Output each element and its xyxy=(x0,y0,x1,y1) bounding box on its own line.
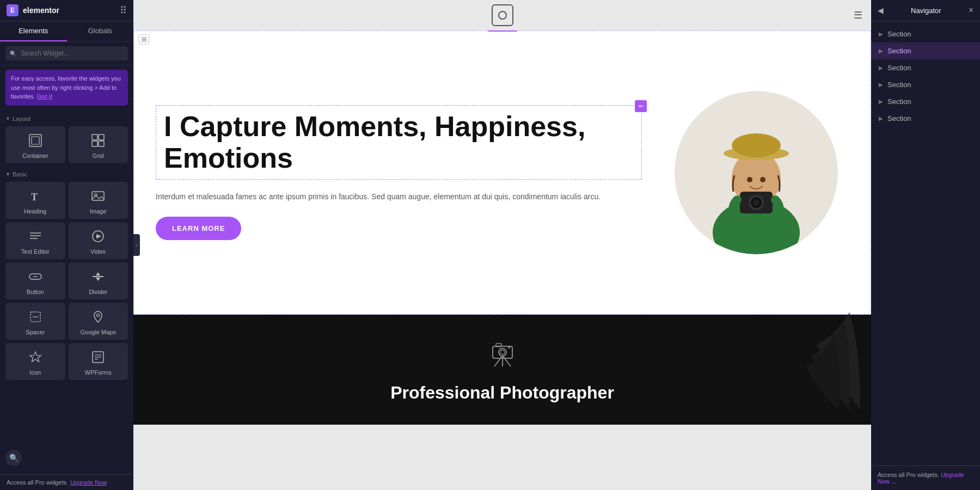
button-label: Button xyxy=(27,289,44,295)
search-input[interactable] xyxy=(5,46,128,60)
svg-point-42 xyxy=(499,348,506,356)
svg-rect-5 xyxy=(99,141,104,146)
svg-rect-1 xyxy=(32,137,39,144)
spacer-label: Spacer xyxy=(26,329,45,335)
widget-button[interactable]: Button xyxy=(5,262,65,299)
heading-label: Heading xyxy=(24,208,46,215)
navigator-footer-dots: ... xyxy=(891,478,896,485)
hamburger-icon[interactable]: ☰ xyxy=(854,10,862,21)
tab-globals[interactable]: Globals xyxy=(67,21,134,41)
pro-widgets-text: Access all Pro widgets. xyxy=(7,479,68,486)
nav-arrow-4: ▶ xyxy=(879,82,883,88)
widget-spacer[interactable]: Spacer xyxy=(5,303,65,340)
spacer-icon xyxy=(28,309,43,327)
learn-more-button[interactable]: LEARN MORE xyxy=(156,217,241,240)
svg-point-21 xyxy=(97,314,100,316)
widget-grid[interactable]: Grid xyxy=(69,126,128,163)
sidebar-collapse-handle[interactable]: ‹ xyxy=(133,234,140,256)
navigator-section-4[interactable]: ▶ Section xyxy=(871,76,980,93)
dark-footer-section: Professional Photographer xyxy=(133,315,871,425)
text-editor-label: Text Editor xyxy=(21,248,50,255)
widget-divider[interactable]: Divider xyxy=(69,262,128,299)
text-editor-icon xyxy=(28,229,43,246)
svg-point-36 xyxy=(747,177,752,182)
svg-rect-7 xyxy=(92,192,104,200)
nav-section-label-4: Section xyxy=(887,81,911,89)
divider-label: Divider xyxy=(89,289,107,295)
search-container xyxy=(0,42,133,65)
editable-section: + ⠿ × ⊞ ✏ I Capture Moments, Happiness, … xyxy=(133,30,871,315)
wpforms-label: WPForms xyxy=(85,369,112,376)
focus-mode-icon[interactable] xyxy=(492,4,513,26)
left-sidebar: E elementor ⠿ Elements Globals For easy … xyxy=(0,0,133,490)
photographer-image xyxy=(675,91,838,254)
wpforms-icon xyxy=(90,350,106,367)
button-icon xyxy=(28,269,43,286)
leaf-decoration xyxy=(762,301,871,425)
navigator-section-5[interactable]: ▶ Section xyxy=(871,93,980,110)
section-toolbar: + ⠿ × xyxy=(487,30,518,32)
container-icon xyxy=(28,133,43,150)
sub-text: Interdum et malesuada fames ac ante ipsu… xyxy=(156,191,642,204)
navigator-section-6[interactable]: ▶ Section xyxy=(871,110,980,127)
navigator-footer-text: Access all Pro widgets. xyxy=(878,471,939,478)
elementor-logo-icon: E xyxy=(7,4,19,16)
svg-rect-2 xyxy=(92,134,97,140)
nav-section-label-6: Section xyxy=(887,114,911,122)
nav-arrow-1: ▶ xyxy=(879,31,883,37)
widget-image[interactable]: Image xyxy=(69,182,128,219)
nav-arrow-5: ▶ xyxy=(879,99,883,105)
hint-text: For easy access, favorite the widgets yo… xyxy=(11,75,121,100)
top-bar-right: ☰ xyxy=(854,9,862,21)
canvas-scroll-area: + ⠿ × ⊞ ✏ I Capture Moments, Happiness, … xyxy=(133,30,871,490)
nav-section-label-2: Section xyxy=(887,47,911,55)
navigator-back-icon[interactable]: ◀ xyxy=(878,6,884,15)
nav-section-label-3: Section xyxy=(887,64,911,72)
widget-heading[interactable]: T Heading xyxy=(5,182,65,219)
google-maps-icon xyxy=(90,309,106,327)
widget-wpforms[interactable]: WPForms xyxy=(69,343,128,380)
widget-container[interactable]: Container xyxy=(5,126,65,163)
navigator-section-1[interactable]: ▶ Section xyxy=(871,26,980,42)
widgets-container: Layout Container xyxy=(0,110,133,491)
svg-rect-4 xyxy=(92,141,97,146)
tab-elements[interactable]: Elements xyxy=(0,21,67,41)
container-label: Container xyxy=(22,152,48,159)
svg-point-37 xyxy=(760,177,765,182)
section-col-left: ✏ I Capture Moments, Happiness, Emotions… xyxy=(156,105,642,240)
svg-marker-18 xyxy=(96,278,100,281)
widget-icon[interactable]: Icon xyxy=(5,343,65,380)
navigator-items: ▶ Section ▶ Section ▶ Section ▶ Section … xyxy=(871,21,980,465)
icon-widget-icon xyxy=(28,350,43,367)
widget-video[interactable]: Video xyxy=(69,222,128,259)
bottom-search-icon[interactable]: 🔍 xyxy=(5,450,22,466)
professional-photographer-text: Professional Photographer xyxy=(390,383,614,403)
navigator-section-2[interactable]: ▶ Section xyxy=(871,42,980,59)
layout-widgets-grid: Container Grid xyxy=(0,124,133,166)
sidebar-header: E elementor ⠿ xyxy=(0,0,133,21)
svg-marker-22 xyxy=(30,352,41,362)
grid-icon[interactable]: ⠿ xyxy=(120,4,127,16)
heading-edit-icon[interactable]: ✏ xyxy=(635,100,647,112)
icon-label: Icon xyxy=(29,369,41,376)
got-it-link[interactable]: Got it xyxy=(37,93,53,100)
svg-text:T: T xyxy=(31,192,38,203)
sidebar-tabs: Elements Globals xyxy=(0,21,133,42)
heading-block[interactable]: ✏ I Capture Moments, Happiness, Emotions xyxy=(156,105,642,179)
section-label-layout: Layout xyxy=(0,110,133,124)
sidebar-bottom-bar: Access all Pro widgets. Upgrade Now xyxy=(0,474,133,490)
widget-google-maps[interactable]: Google Maps xyxy=(69,303,128,340)
section-label-basic: Basic xyxy=(0,166,133,180)
navigator-close-button[interactable]: × xyxy=(969,5,973,15)
upgrade-link[interactable]: Upgrade Now xyxy=(70,479,107,486)
widget-text-editor[interactable]: Text Editor xyxy=(5,222,65,259)
svg-point-45 xyxy=(508,346,510,348)
main-canvas: ☰ + ⠿ × ⊞ ✏ I Capture Moments, Happiness… xyxy=(133,0,871,490)
svg-line-38 xyxy=(494,356,503,366)
navigator-section-3[interactable]: ▶ Section xyxy=(871,59,980,76)
svg-rect-3 xyxy=(99,134,104,140)
section-content: ✏ I Capture Moments, Happiness, Emotions… xyxy=(134,31,871,314)
svg-marker-17 xyxy=(96,272,100,275)
navigator-header: ◀ Navigator × xyxy=(871,0,980,21)
navigator-title: Navigator xyxy=(911,7,941,15)
